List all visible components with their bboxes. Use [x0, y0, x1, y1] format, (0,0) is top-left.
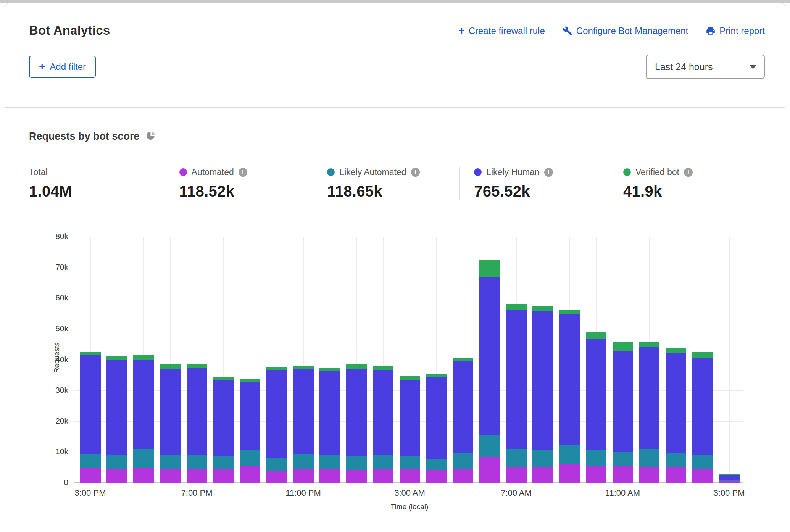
bar-segment[interactable] [266, 471, 287, 483]
bar-segment[interactable] [133, 360, 154, 449]
bar-segment[interactable] [160, 469, 181, 483]
info-icon[interactable]: i [544, 168, 553, 177]
bar-segment[interactable] [639, 347, 659, 449]
info-icon[interactable]: i [684, 168, 693, 177]
bar-segment[interactable] [453, 358, 473, 361]
bar-segment[interactable] [293, 469, 314, 483]
bar-segment[interactable] [346, 456, 367, 470]
bar-segment[interactable] [187, 368, 207, 454]
bar-segment[interactable] [639, 342, 659, 347]
bar-segment[interactable] [240, 466, 260, 483]
bar-segment[interactable] [133, 449, 154, 467]
bar-segment[interactable] [532, 467, 553, 483]
bar-segment[interactable] [426, 470, 447, 483]
bar-segment[interactable] [106, 469, 127, 483]
bar-segment[interactable] [479, 435, 500, 457]
bar-segment[interactable] [479, 457, 500, 483]
bar-segment[interactable] [719, 475, 740, 480]
bar-segment[interactable] [613, 452, 633, 466]
bar-segment[interactable] [613, 342, 633, 351]
bar-segment[interactable] [506, 467, 527, 483]
bar-segment[interactable] [532, 306, 553, 311]
bar-segment[interactable] [559, 314, 580, 445]
bar-segment[interactable] [586, 466, 606, 483]
bar-segment[interactable] [80, 454, 101, 468]
bar-segment[interactable] [266, 458, 287, 472]
bar-segment[interactable] [213, 377, 234, 380]
create-firewall-rule-link[interactable]: + Create firewall rule [458, 26, 545, 36]
add-filter-button[interactable]: + Add filter [29, 56, 96, 78]
bar-segment[interactable] [719, 481, 740, 483]
bar-segment[interactable] [106, 455, 127, 469]
bar-segment[interactable] [666, 348, 686, 353]
bar-segment[interactable] [559, 464, 580, 483]
bar-segment[interactable] [506, 310, 527, 449]
bar-segment[interactable] [613, 351, 633, 452]
bar-segment[interactable] [613, 466, 633, 483]
bar-segment[interactable] [319, 368, 340, 371]
bar-segment[interactable] [106, 356, 127, 360]
bar-segment[interactable] [160, 364, 181, 369]
bar-segment[interactable] [293, 366, 314, 369]
bar-segment[interactable] [400, 469, 420, 483]
bar-segment[interactable] [346, 364, 367, 369]
configure-bot-management-link[interactable]: Configure Bot Management [563, 26, 688, 36]
bar-segment[interactable] [479, 277, 500, 435]
info-icon[interactable]: i [239, 168, 247, 177]
print-report-link[interactable]: Print report [706, 26, 765, 36]
bar-segment[interactable] [293, 454, 314, 469]
bar-segment[interactable] [639, 449, 659, 467]
bar-segment[interactable] [692, 352, 713, 358]
bar-segment[interactable] [346, 369, 367, 456]
bar-segment[interactable] [453, 453, 473, 469]
bar-segment[interactable] [319, 371, 340, 455]
bar-segment[interactable] [719, 474, 740, 475]
bar-segment[interactable] [373, 455, 393, 469]
bar-segment[interactable] [586, 339, 606, 450]
bar-segment[interactable] [719, 480, 740, 481]
bar-segment[interactable] [160, 369, 181, 455]
bar-segment[interactable] [453, 469, 473, 483]
bar-segment[interactable] [532, 450, 553, 467]
bar-segment[interactable] [692, 469, 713, 483]
bar-segment[interactable] [187, 364, 207, 368]
bar-segment[interactable] [559, 445, 580, 464]
bar-segment[interactable] [639, 467, 659, 483]
bar-segment[interactable] [400, 456, 420, 469]
bar-segment[interactable] [400, 380, 420, 456]
bar-segment[interactable] [426, 459, 447, 470]
bar-segment[interactable] [293, 369, 314, 454]
bar-segment[interactable] [187, 455, 207, 469]
bar-segment[interactable] [133, 355, 154, 360]
time-range-select[interactable]: Last 24 hours [646, 55, 765, 79]
bar-segment[interactable] [453, 361, 473, 453]
bar-segment[interactable] [506, 449, 527, 467]
bar-segment[interactable] [666, 453, 686, 467]
bar-segment[interactable] [532, 311, 553, 450]
bar-segment[interactable] [400, 376, 420, 380]
bar-segment[interactable] [666, 353, 686, 453]
bar-segment[interactable] [586, 332, 606, 339]
bar-segment[interactable] [373, 366, 393, 370]
bar-segment[interactable] [559, 310, 580, 314]
bar-segment[interactable] [133, 468, 154, 483]
bar-segment[interactable] [266, 367, 287, 370]
bar-segment[interactable] [240, 382, 260, 450]
bar-segment[interactable] [319, 455, 340, 469]
bar-segment[interactable] [160, 455, 181, 469]
bar-segment[interactable] [426, 374, 447, 378]
info-icon[interactable]: i [411, 168, 420, 177]
bar-segment[interactable] [106, 360, 127, 455]
bar-segment[interactable] [373, 469, 393, 483]
bar-segment[interactable] [213, 469, 234, 483]
bar-segment[interactable] [692, 455, 713, 468]
bar-segment[interactable] [506, 304, 527, 310]
bar-segment[interactable] [346, 470, 367, 483]
bar-segment[interactable] [80, 468, 101, 483]
bar-segment[interactable] [586, 450, 606, 466]
bar-segment[interactable] [692, 358, 713, 455]
bar-segment[interactable] [319, 469, 340, 483]
bar-segment[interactable] [479, 260, 500, 277]
bar-segment[interactable] [213, 380, 234, 456]
bar-segment[interactable] [80, 352, 101, 355]
